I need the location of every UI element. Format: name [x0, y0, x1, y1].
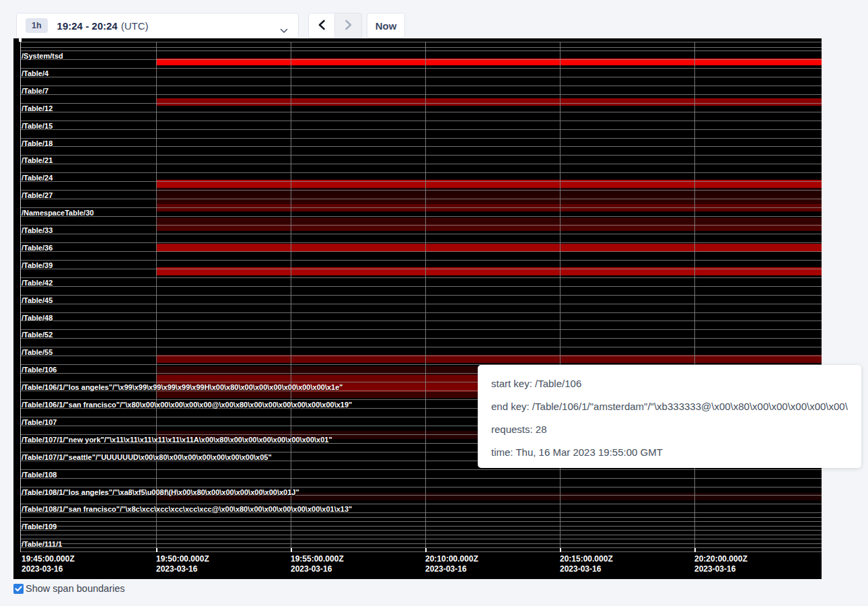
span-boundary-line — [20, 59, 822, 60]
span-boundary-line — [20, 172, 822, 173]
heat-band — [156, 188, 822, 197]
span-boundary-line — [20, 526, 822, 527]
axis-date-label: 2023-03-16 — [22, 564, 63, 574]
row-label: /Table/24 — [22, 174, 52, 182]
span-boundary-line — [20, 260, 822, 261]
time-gridline — [560, 42, 560, 552]
span-boundary-line — [20, 543, 822, 544]
span-boundary-line — [20, 469, 822, 470]
row-label: /Table/109 — [22, 523, 57, 531]
span-boundary-line — [20, 103, 822, 104]
axis-tick-mark — [156, 548, 157, 552]
time-gridline — [694, 42, 695, 552]
checkmark-icon — [15, 582, 22, 595]
chevron-left-icon — [318, 20, 326, 32]
span-boundary-line — [20, 251, 822, 252]
axis-time-label: 19:50:00.000Z — [156, 554, 209, 564]
show-span-boundaries-checkbox[interactable] — [13, 584, 24, 594]
axis-time-label: 19:55:00.000Z — [291, 554, 344, 564]
show-span-boundaries-label: Show span boundaries — [26, 583, 125, 594]
span-boundary-line — [20, 530, 822, 531]
span-boundary-line — [20, 517, 822, 518]
row-label: /NamespaceTable/30 — [22, 209, 94, 217]
plot-corner-tick — [19, 38, 22, 42]
span-boundary-line — [20, 68, 822, 69]
heat-band — [156, 217, 822, 224]
axis-date-label: 2023-03-16 — [291, 564, 332, 574]
axis-tick-mark — [425, 548, 427, 552]
span-boundary-line — [20, 478, 822, 479]
row-label: /Table/45 — [22, 296, 52, 304]
span-boundary-line — [20, 190, 822, 191]
span-boundary-line — [20, 539, 822, 539]
row-label: /Table/108/1/"san francisco"/"\x8c\xcc\x… — [22, 505, 352, 513]
row-label: /Table/107/1/"seattle"/"UUUUUUD\x00\x80\… — [22, 453, 272, 461]
axis-tick-mark — [560, 548, 561, 552]
span-boundary-line — [20, 551, 822, 552]
chevron-down-icon — [280, 24, 288, 36]
span-boundary-line — [20, 94, 822, 95]
row-label: /Table/106/1/"los angeles"/"\x99\x99\x99… — [22, 383, 343, 391]
row-label: /Table/36 — [22, 244, 52, 252]
span-boundary-line — [20, 269, 822, 269]
span-boundary-line — [20, 338, 822, 339]
span-boundary-line — [20, 347, 822, 347]
range-duration-badge: 1h — [26, 18, 48, 33]
span-boundary-line — [20, 521, 822, 522]
span-boundary-line — [20, 42, 822, 42]
span-boundary-line — [20, 547, 822, 548]
row-label: /Table/107/1/"new york"/"\x11\x11\x11\x1… — [22, 436, 332, 444]
span-boundary-line — [20, 164, 822, 164]
prev-range-button[interactable] — [308, 13, 335, 38]
span-boundary-line — [20, 295, 822, 296]
range-text: 19:24 - 20:24 — [57, 20, 118, 32]
time-gridline — [156, 42, 157, 552]
axis-time-label: 20:15:00.000Z — [560, 554, 613, 564]
span-boundary-line — [20, 199, 822, 199]
axis-date-label: 2023-03-16 — [694, 564, 735, 574]
time-range-nav — [308, 13, 362, 38]
axis-tick-mark — [694, 548, 696, 552]
row-label: /Table/48 — [22, 314, 52, 322]
row-label: /Table/7 — [22, 87, 48, 95]
tooltip-start-key: start key: /Table/106 — [491, 372, 848, 395]
time-gridline — [425, 42, 426, 552]
time-range-select[interactable]: 1h 19:24 - 20:24 (UTC) — [16, 13, 299, 38]
span-boundary-line — [20, 234, 822, 234]
span-boundary-line — [20, 277, 822, 278]
row-label: /Table/4 — [22, 69, 48, 77]
heat-band — [156, 197, 822, 204]
span-boundary-line — [20, 77, 822, 77]
show-span-boundaries-row[interactable]: Show span boundaries — [13, 583, 125, 594]
key-visualizer-heatmap[interactable]: /System/tsd/Table/4/Table/7/Table/12/Tab… — [13, 38, 822, 579]
row-label: /Table/12 — [22, 104, 52, 112]
span-boundary-line — [20, 312, 822, 313]
hover-tooltip: start key: /Table/106 end key: /Table/10… — [478, 365, 861, 468]
span-boundary-line — [20, 47, 822, 48]
now-button[interactable]: Now — [367, 13, 405, 38]
row-label: /Table/18 — [22, 139, 52, 147]
row-label: /Table/111/1 — [22, 540, 62, 548]
row-label: /Table/108/1/"los angeles"/"\xa8\xf5\u00… — [22, 488, 299, 496]
row-label: /Table/106/1/"san francisco"/"\x80\x00\x… — [22, 401, 352, 409]
row-label: /System/tsd — [22, 52, 63, 60]
span-boundary-line — [20, 155, 822, 156]
span-boundary-line — [20, 138, 822, 139]
row-label: /Table/39 — [22, 261, 52, 269]
axis-time-label: 19:45:00.000Z — [22, 554, 75, 564]
span-boundary-line — [20, 304, 822, 304]
next-range-button[interactable] — [335, 13, 362, 38]
span-boundary-line — [20, 121, 822, 121]
row-label: /Table/15 — [22, 122, 52, 130]
tooltip-end-key: end key: /Table/106/1/"amsterdam"/"\xb33… — [491, 395, 848, 418]
row-label: /Table/21 — [22, 156, 52, 164]
range-timezone: (UTC) — [121, 20, 149, 32]
row-label: /Table/27 — [22, 191, 52, 199]
row-label: /Table/42 — [22, 279, 52, 287]
span-boundary-line — [20, 487, 822, 487]
plot-left-edge-line — [20, 42, 21, 552]
tooltip-requests: requests: 28 — [491, 418, 848, 441]
span-boundary-line — [20, 242, 822, 243]
span-boundary-line — [20, 286, 822, 287]
span-boundary-line — [20, 356, 822, 356]
